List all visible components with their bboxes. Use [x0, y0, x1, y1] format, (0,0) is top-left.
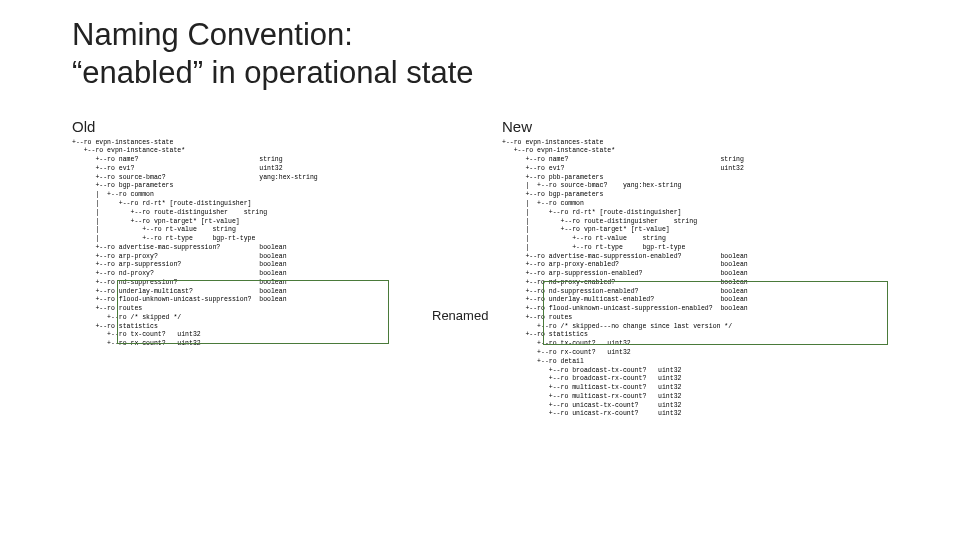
new-heading: New [502, 118, 960, 135]
column-new: New +--ro evpn-instances-state +--ro evp… [502, 118, 960, 420]
columns: Old +--ro evpn-instances-state +--ro evp… [72, 118, 960, 420]
highlight-box-new [543, 281, 888, 345]
highlight-box-old [117, 280, 389, 344]
new-tree: +--ro evpn-instances-state +--ro evpn-in… [502, 139, 960, 420]
slide: Naming Convention: “enabled” in operatio… [0, 0, 960, 540]
renamed-label: Renamed [432, 308, 488, 323]
title-line-1: Naming Convention: [72, 17, 353, 52]
title-line-2: “enabled” in operational state [72, 55, 474, 90]
old-heading: Old [72, 118, 482, 135]
column-old: Old +--ro evpn-instances-state +--ro evp… [72, 118, 482, 420]
slide-title: Naming Convention: “enabled” in operatio… [72, 16, 960, 92]
